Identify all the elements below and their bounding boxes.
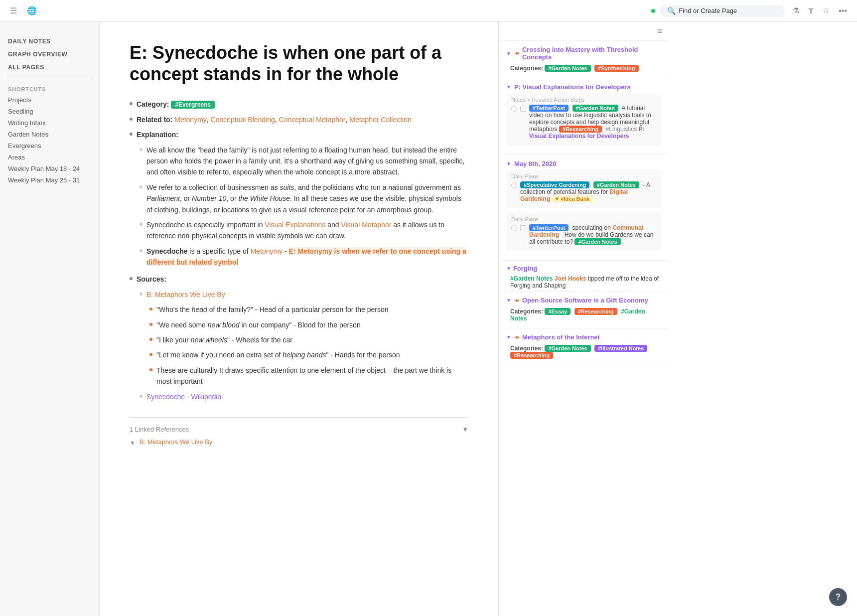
more-icon[interactable]: •••: [837, 4, 849, 17]
search-bar[interactable]: 🔍: [660, 5, 785, 17]
hamburger-icon[interactable]: ☰: [8, 4, 19, 17]
rp-open-source-label: Open Source Software is a Gift Economy: [522, 297, 648, 304]
bullet-dot-related: [130, 118, 133, 121]
rp-tag-researching-1[interactable]: #Researching: [559, 126, 602, 133]
rp-link-joel-hooks[interactable]: Joel Hooks: [555, 275, 586, 282]
sidebar-item-graph-overview[interactable]: Graph Overview: [0, 48, 99, 61]
sidebar-link-seedling[interactable]: Seedling: [0, 106, 99, 117]
rp-tag-researching-3[interactable]: #Researching: [510, 352, 553, 359]
rp-visual-note-content: #TwitterPost #Garden Notes A tutorial vi…: [529, 105, 656, 140]
search-input[interactable]: [679, 7, 778, 14]
sidebar-link-weekly-18-24[interactable]: Weekly Plan May 18 - 24: [0, 163, 99, 174]
sidebar-link-weekly-25-31[interactable]: Weekly Plan May 25 - 31: [0, 174, 99, 186]
linked-ref-content: B: Metaphors We Live By: [140, 438, 212, 446]
rp-tag-synthesising[interactable]: #Synthesising: [594, 65, 639, 72]
rp-crossing-cat-label: Categories:: [510, 65, 543, 72]
rp-tag-garden-notes-1[interactable]: #Garden Notes: [545, 65, 590, 72]
rp-radio-may8-1[interactable]: [511, 182, 517, 188]
rp-checkbox-may8[interactable]: [520, 225, 526, 231]
sidebar-link-projects[interactable]: Projects: [0, 94, 99, 106]
sources-list: B: Metaphors We Live By "Who's the head …: [130, 289, 468, 402]
linked-ref-arrow: ▼: [130, 440, 136, 447]
rp-tag-twitter-2[interactable]: #TwitterPost: [529, 224, 569, 231]
rp-tag-garden-notes-4[interactable]: #Garden Notes: [574, 238, 620, 245]
sub-dot-4: [140, 249, 143, 252]
rp-tag-illustrated-notes[interactable]: #Illustrated Notes: [594, 345, 647, 352]
rp-forging-arrow: ▼: [506, 266, 511, 271]
rp-may8-note-label-2: Daily Plans: [511, 216, 656, 222]
source-5-content: These are culturally It draws specific a…: [156, 365, 468, 387]
rp-arrow-visual: ▼: [506, 84, 511, 90]
rp-checkbox-visual[interactable]: [520, 106, 526, 112]
wikipedia-item: Synecdoche - Wikipedia: [140, 391, 468, 402]
link-metaphors-we-live[interactable]: B: Metaphors We Live By: [146, 291, 225, 299]
category-label: Category:: [137, 100, 169, 108]
link-metaphor-collection[interactable]: Metaphor Collection: [349, 116, 412, 124]
category-tag[interactable]: #Evergreens: [171, 101, 215, 109]
rp-section-visual-title[interactable]: ▼ P: Visual Explanations for Developers: [506, 83, 661, 91]
rp-section-may8-title[interactable]: ▼ May 8th, 2020: [506, 160, 661, 167]
rp-forging-content: #Garden Notes Joel Hooks tipped me off t…: [506, 275, 661, 289]
para-3-content: Synecdoche is especially important in Vi…: [146, 219, 468, 242]
rp-visual-path: Notes > Possible Action Steps: [511, 97, 656, 103]
sidebar-link-evergreens[interactable]: Evergreens: [0, 140, 99, 152]
link-wikipedia[interactable]: Synecdoche - Wikipedia: [146, 393, 221, 401]
source-item-3: "I like your new wheels" - Wheels for th…: [149, 334, 468, 345]
source-main-item: B: Metaphors We Live By: [140, 289, 468, 300]
sub-dot-3: [140, 223, 143, 226]
rp-tag-garden-notes-5[interactable]: #Garden Notes: [510, 275, 553, 282]
sources-row: Sources:: [130, 274, 468, 285]
rp-radio-may8-2[interactable]: [511, 225, 517, 231]
para-4-content: Synecdoche is a specific type of Metonym…: [146, 246, 468, 268]
sidebar-item-daily-notes[interactable]: Daily Notes: [0, 35, 99, 48]
explanation-paragraphs: We all know the "head the family" is not…: [130, 145, 468, 268]
rp-may8-row-2: #TwitterPost speculating on Communal Gar…: [511, 224, 656, 245]
related-content: Related to: Metonymy, Conceptual Blendin…: [137, 114, 468, 125]
rp-section-forging: ▼ Forging #Garden Notes Joel Hooks tippe…: [499, 261, 668, 292]
sub-dot-2: [140, 185, 143, 188]
para-2: We refer to a collection of businessmen …: [140, 182, 468, 215]
sidebar-link-garden-notes[interactable]: Garden Notes: [0, 129, 99, 140]
rp-section-metaphors-internet: ▼ ↠ Metaphors of the Internet Categories…: [499, 328, 668, 365]
link-visual-metaphor[interactable]: Visual Metaphor: [341, 221, 391, 229]
rp-tag-garden-notes-2[interactable]: #Garden Notes: [572, 105, 618, 112]
filter-icon[interactable]: ⚗: [790, 4, 801, 17]
source-sub-items: "Who's the head of the family?" - Head o…: [140, 304, 468, 387]
para-4: Synecdoche is a specific type of Metonym…: [140, 246, 468, 268]
rp-double-arrow-metaphors-internet: ↠: [514, 334, 519, 341]
rp-may8-note-1: Daily Plans #Speculative Gardening #Gard…: [506, 169, 661, 208]
category-content: Category: #Evergreens: [137, 99, 468, 110]
rp-section-metaphors-internet-title[interactable]: ▼ ↠ Metaphors of the Internet: [506, 333, 661, 341]
source-item-2: "We need some new blood in our company" …: [149, 319, 468, 330]
star-icon[interactable]: ☆: [821, 4, 832, 17]
sidebar-link-writing-inbox[interactable]: Writing Inbox: [0, 117, 99, 129]
right-panel-menu-icon[interactable]: ≡: [657, 26, 662, 36]
rp-tag-garden-notes-7[interactable]: #Garden Notes: [545, 345, 590, 352]
link-visual-explanations[interactable]: Visual Explanations: [265, 221, 325, 229]
link-conceptual-blending[interactable]: Conceptual Blending: [211, 116, 275, 124]
rp-tag-linguistics: #Linguistics: [606, 126, 637, 133]
rp-radio-visual[interactable]: [511, 106, 517, 112]
rp-tag-researching-2[interactable]: #Researching: [574, 308, 617, 315]
rp-section-crossing-title[interactable]: ▼ ↠ Crossing into Mastery with Threshold…: [506, 46, 661, 61]
link-ref-metaphors[interactable]: B: Metaphors We Live By: [140, 438, 212, 446]
link-conceptual-metaphor[interactable]: Conceptual Metaphor: [279, 116, 346, 124]
rp-tag-twitter-1[interactable]: #TwitterPost: [529, 105, 569, 112]
rp-forging-title[interactable]: ▼ Forging: [506, 265, 661, 272]
rp-tag-essay[interactable]: #Essay: [545, 308, 571, 315]
link-metonymy[interactable]: Metonymy: [174, 116, 207, 124]
rp-tag-garden-notes-3[interactable]: #Garden Notes: [593, 181, 639, 188]
sidebar-link-areas[interactable]: Areas: [0, 152, 99, 163]
globe-icon[interactable]: 🌐: [25, 4, 39, 17]
rp-idea-bank-tag[interactable]: ✦ #Idea Bank: [552, 195, 592, 202]
rp-tag-spec-gardening[interactable]: #Speculative Gardening: [520, 181, 589, 188]
rp-visual-label: P: Visual Explanations for Developers: [514, 83, 631, 91]
sort-icon[interactable]: 𝚼: [806, 4, 816, 17]
explanation-label: Explanation:: [137, 131, 178, 139]
rp-section-open-source-title[interactable]: ▼ ↠ Open Source Software is a Gift Econo…: [506, 297, 661, 304]
sidebar-item-all-pages[interactable]: All Pages: [0, 61, 99, 74]
rp-may8-note-2-content: #TwitterPost speculating on Communal Gar…: [529, 224, 656, 245]
orange-dot-3: [149, 338, 152, 341]
link-metonymy-2[interactable]: Metonymy: [251, 247, 283, 255]
linked-refs-filter-icon[interactable]: ▼: [462, 426, 468, 433]
